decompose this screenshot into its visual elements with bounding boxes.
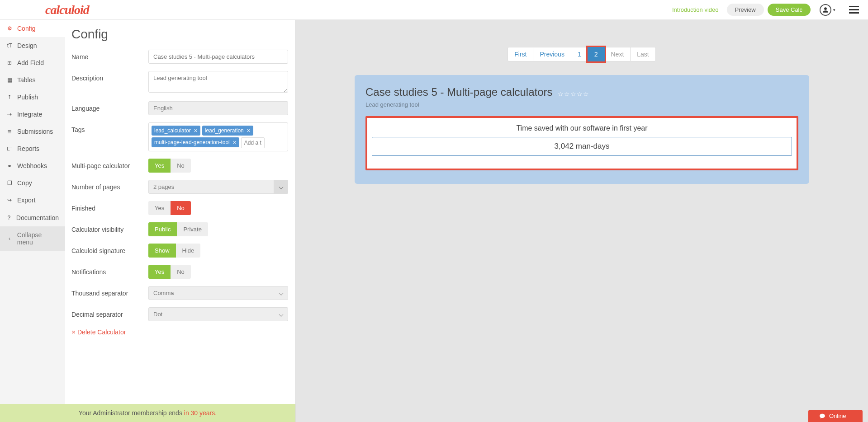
design-icon: tT <box>6 42 13 49</box>
tag-remove-icon[interactable]: ✕ <box>232 140 237 145</box>
sidebar-item-publish[interactable]: ⇡ Publish <box>0 89 65 106</box>
multipage-no-button[interactable]: No <box>171 159 191 173</box>
submissions-icon: ≣ <box>6 128 13 135</box>
user-menu-caret[interactable]: ▾ <box>833 8 835 12</box>
tag-chip[interactable]: lead_generation✕ <box>202 126 253 136</box>
integrate-icon: ⇢ <box>6 111 13 117</box>
delete-calculator-link[interactable]: Delete Calculator <box>71 328 288 336</box>
collapse-icon: ‹ <box>6 235 13 242</box>
pager-next[interactable]: Next <box>604 47 631 61</box>
pages-label: Number of pages <box>71 180 148 191</box>
notifications-yes-button[interactable]: Yes <box>148 265 171 279</box>
pager-last[interactable]: Last <box>630 47 655 61</box>
pager-page-1[interactable]: 1 <box>571 47 588 61</box>
logo[interactable]: calculoid <box>45 3 89 17</box>
signature-hide-button[interactable]: Hide <box>176 244 201 258</box>
chat-icon <box>819 413 825 419</box>
pager: First Previous 1 2 Next Last <box>355 47 809 61</box>
sidebar-item-submissions[interactable]: ≣ Submissions <box>0 123 65 140</box>
finished-label: Finished <box>71 201 148 212</box>
result-heading: Time saved with our software in first ye… <box>372 124 792 132</box>
tag-chip[interactable]: multi-page-lead-generation-tool✕ <box>152 137 239 147</box>
sidebar-item-label: Add Field <box>17 59 44 66</box>
user-menu-button[interactable] <box>820 4 831 16</box>
sidebar-item-documentation[interactable]: ? Documentation <box>0 209 65 226</box>
sidebar-item-label: Webhooks <box>17 162 47 169</box>
signature-label: Calculoid signature <box>71 244 148 254</box>
export-icon: ↪ <box>6 197 13 203</box>
gear-icon: ⚙ <box>6 25 13 32</box>
publish-icon: ⇡ <box>6 94 13 100</box>
visibility-private-button[interactable]: Private <box>177 222 208 236</box>
sidebar-item-integrate[interactable]: ⇢ Integrate <box>0 106 65 123</box>
sidebar-item-design[interactable]: tT Design <box>0 37 65 54</box>
sidebar-item-label: Copy <box>17 179 32 187</box>
preview-card: Case studies 5 - Multi-page calculators … <box>355 75 809 184</box>
intro-video-link[interactable]: Introduction video <box>672 6 719 13</box>
notifications-label: Notifications <box>71 265 148 276</box>
description-input[interactable]: Lead generating tool <box>148 71 288 93</box>
decimal-select[interactable] <box>148 307 288 321</box>
tag-remove-icon[interactable]: ✕ <box>247 128 251 134</box>
result-value: 3,042 man-days <box>372 137 792 156</box>
add-field-icon: ⊞ <box>6 60 13 66</box>
help-icon: ? <box>6 215 12 221</box>
decimal-label: Decimal separator <box>71 307 148 318</box>
sidebar-item-collapse[interactable]: ‹ Collapse menu <box>0 226 65 251</box>
star-icon: ☆ <box>558 90 564 98</box>
star-icon: ☆ <box>577 90 583 98</box>
sidebar-item-label: Tables <box>17 76 35 84</box>
preview-subtitle: Lead generating tool <box>365 101 798 108</box>
pager-previous[interactable]: Previous <box>533 47 571 61</box>
language-select[interactable] <box>148 101 288 115</box>
membership-banner: Your Administrator membership ends in 30… <box>0 404 295 422</box>
save-button[interactable]: Save Calc <box>768 4 811 16</box>
sidebar-item-label: Publish <box>17 94 38 101</box>
sidebar-item-tables[interactable]: ▦ Tables <box>0 71 65 89</box>
page-title: Config <box>71 27 288 42</box>
name-label: Name <box>71 50 148 61</box>
sidebar-item-label: Submissions <box>17 128 53 135</box>
star-icon: ☆ <box>570 90 576 98</box>
sidebar-item-label: Config <box>17 25 35 32</box>
sidebar-item-config[interactable]: ⚙ Config <box>0 20 65 37</box>
webhooks-icon: ⚭ <box>6 163 13 169</box>
tags-label: Tags <box>71 122 148 133</box>
description-label: Description <box>71 71 148 82</box>
sidebar-item-copy[interactable]: ❐ Copy <box>0 174 65 192</box>
reports-icon: ⫍ <box>6 145 13 152</box>
tag-remove-icon[interactable]: ✕ <box>194 128 198 134</box>
pager-first[interactable]: First <box>508 47 533 61</box>
name-input[interactable] <box>148 50 288 64</box>
multipage-yes-button[interactable]: Yes <box>148 159 171 173</box>
star-icon: ☆ <box>564 90 570 98</box>
pages-select[interactable] <box>148 180 288 194</box>
rating-stars[interactable]: ☆ ☆ ☆ ☆ ☆ <box>558 90 589 98</box>
sidebar-item-label: Collapse menu <box>17 231 59 246</box>
chat-widget[interactable]: Online <box>808 410 863 422</box>
thousand-label: Thousand separator <box>71 286 148 297</box>
sidebar-item-reports[interactable]: ⫍ Reports <box>0 140 65 157</box>
hamburger-menu[interactable] <box>849 6 859 14</box>
sidebar-item-label: Integrate <box>17 111 42 118</box>
tags-input[interactable]: lead_calculator✕ lead_generation✕ multi-… <box>148 122 288 151</box>
tables-icon: ▦ <box>6 77 13 83</box>
tag-add-input[interactable] <box>241 137 265 148</box>
sidebar: ⚙ Config tT Design ⊞ Add Field ▦ Tables … <box>0 20 65 422</box>
pager-page-2[interactable]: 2 <box>588 47 605 61</box>
visibility-public-button[interactable]: Public <box>148 222 177 236</box>
tag-chip[interactable]: lead_calculator✕ <box>152 126 200 136</box>
finished-yes-button[interactable]: Yes <box>148 201 171 215</box>
preview-title: Case studies 5 - Multi-page calculators <box>365 86 553 98</box>
sidebar-item-export[interactable]: ↪ Export <box>0 192 65 209</box>
visibility-label: Calculator visibility <box>71 222 148 233</box>
sidebar-item-webhooks[interactable]: ⚭ Webhooks <box>0 157 65 174</box>
preview-button[interactable]: Preview <box>727 4 764 16</box>
sidebar-item-add-field[interactable]: ⊞ Add Field <box>0 54 65 71</box>
result-highlight-box: Time saved with our software in first ye… <box>365 116 798 170</box>
signature-show-button[interactable]: Show <box>148 244 176 258</box>
finished-no-button[interactable]: No <box>171 201 191 215</box>
thousand-select[interactable] <box>148 286 288 300</box>
notifications-no-button[interactable]: No <box>171 265 191 279</box>
multipage-label: Multi-page calculator <box>71 159 148 169</box>
